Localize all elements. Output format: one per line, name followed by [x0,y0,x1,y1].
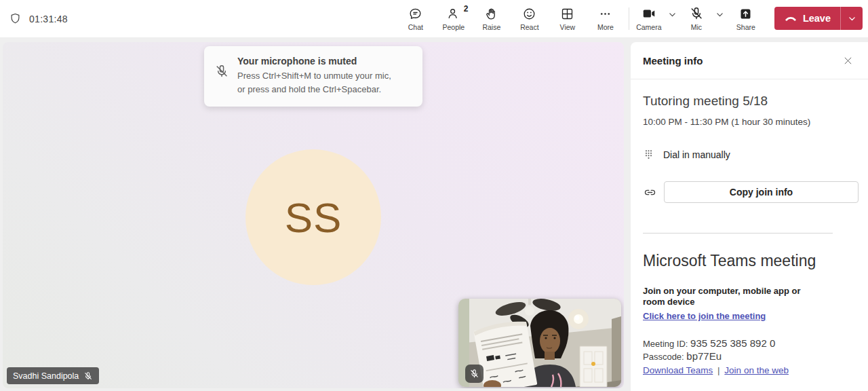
more-button[interactable]: More [587,0,625,37]
chevron-down-icon [848,14,856,23]
share-button[interactable]: Share [728,0,764,37]
panel-header: Meeting info [631,42,868,79]
copy-join-info-button[interactable]: Copy join info [664,181,859,203]
meeting-body: Your microphone is muted Press Ctrl+Shif… [0,37,868,391]
passcode-label: Passcode: [643,352,684,362]
leave-button-group: Leave [774,7,863,30]
download-links-row: Download Teams | Join on the web [643,365,859,377]
more-ellipsis-icon [598,6,612,21]
react-icon [522,6,536,21]
chat-label: Chat [408,23,423,31]
chevron-down-icon [715,10,724,19]
leave-dropdown-chevron[interactable] [841,7,863,30]
people-count-badge: 2 [464,4,469,14]
chevron-down-icon [668,10,677,19]
mic-muted-icon [689,6,704,21]
chat-button[interactable]: Chat [397,0,435,37]
meeting-id-label: Meeting ID: [643,339,688,349]
join-meeting-link[interactable]: Click here to join the meeting [643,311,766,321]
camera-button[interactable]: Camera [633,0,665,37]
leave-label: Leave [803,13,831,24]
camera-dropdown-chevron[interactable] [665,0,681,37]
mic-muted-icon [469,369,479,379]
video-stage: Your microphone is muted Press Ctrl+Shif… [3,42,624,388]
view-button[interactable]: View [549,0,587,37]
download-teams-link[interactable]: Download Teams [643,365,713,375]
share-screen-icon [738,6,753,21]
camera-label: Camera [636,23,661,31]
passcode-value: bp77Eu [686,350,722,362]
chat-icon [408,6,422,21]
react-button[interactable]: React [511,0,549,37]
hang-up-icon [784,12,797,25]
mic-dropdown-chevron[interactable] [712,0,728,37]
self-mic-muted-badge [465,365,484,383]
raise-hand-button[interactable]: Raise [473,0,511,37]
toolbar-divider [629,7,629,30]
join-instructions: Join on your computer, mobile app or roo… [643,286,821,308]
toast-line-2: or press and hold the Ctrl+Spacebar. [237,83,391,96]
passcode-row: Passcode: bp77Eu [643,350,859,363]
copy-join-info-row: Copy join info [643,181,859,203]
dial-in-manually[interactable]: Dial in manually [643,149,859,160]
more-label: More [597,23,614,31]
meeting-info-panel: Meeting info Tutoring meeting 5/18 10:00… [631,42,868,391]
meeting-id-block: Meeting ID: 935 525 385 892 0 Passcode: … [643,337,859,377]
panel-title: Meeting info [643,55,703,67]
participant-name: Svadhi Sandipola [13,371,79,381]
camera-icon [642,6,656,21]
participant-name-tag: Svadhi Sandipola [7,367,99,384]
avatar-initials: SS [285,193,342,242]
view-label: View [560,23,576,31]
mic-label: Mic [691,23,702,31]
shield-icon [9,12,22,25]
join-web-link[interactable]: Join on the web [724,365,789,375]
timer-text: 01:31:48 [29,14,68,24]
leave-button[interactable]: Leave [774,7,840,30]
people-icon: 2 [446,6,460,21]
dial-in-label: Dial in manually [663,149,730,160]
mic-muted-icon [83,371,93,381]
meeting-id-row: Meeting ID: 935 525 385 892 0 [643,337,859,350]
meeting-time: 10:00 PM - 11:30 PM (1 hour 30 minutes) [643,117,859,127]
react-label: React [520,23,538,31]
separator: | [717,365,720,375]
close-panel-button[interactable] [837,50,859,71]
meeting-id-value: 935 525 385 892 0 [690,337,775,349]
teams-meeting-heading: Microsoft Teams meeting [643,252,859,270]
toast-line-1: Press Ctrl+Shift+M to unmute your mic, [237,69,391,83]
link-icon [643,185,657,200]
section-divider [643,233,833,234]
share-label: Share [736,23,755,31]
dialpad-icon [643,149,654,160]
meeting-title: Tutoring meeting 5/18 [643,94,859,109]
raise-label: Raise [482,23,500,31]
raise-hand-icon [484,6,498,21]
toast-title: Your microphone is muted [237,56,391,67]
close-icon [843,56,853,66]
participant-avatar: SS [245,149,381,285]
mic-button[interactable]: Mic [681,0,712,37]
people-button[interactable]: 2 People [435,0,473,37]
meeting-toolbar: 01:31:48 Chat 2 People Raise Re [0,0,868,37]
people-label: People [443,23,465,31]
meeting-timer: 01:31:48 [9,0,68,37]
view-grid-icon [560,6,574,21]
self-view-video[interactable] [458,299,621,387]
mic-muted-icon [214,56,229,96]
mic-muted-toast: Your microphone is muted Press Ctrl+Shif… [204,46,422,107]
